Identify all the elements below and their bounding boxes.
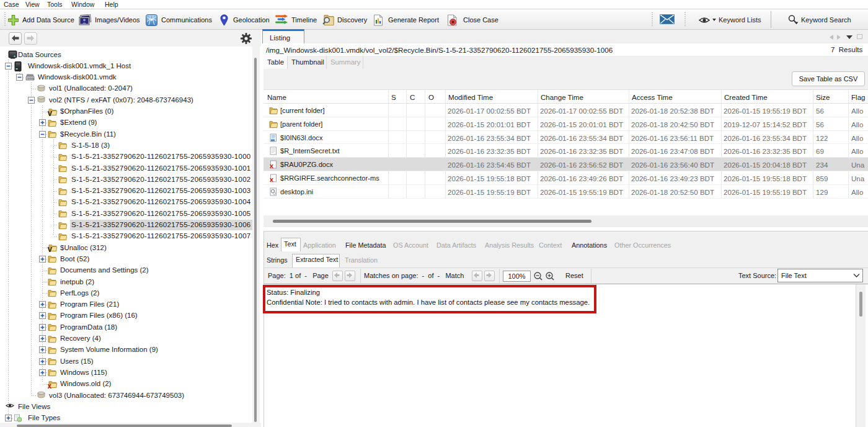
svg-text:V: V [48, 246, 53, 253]
svg-text:x: x [48, 382, 52, 389]
svg-text:V: V [48, 109, 53, 116]
